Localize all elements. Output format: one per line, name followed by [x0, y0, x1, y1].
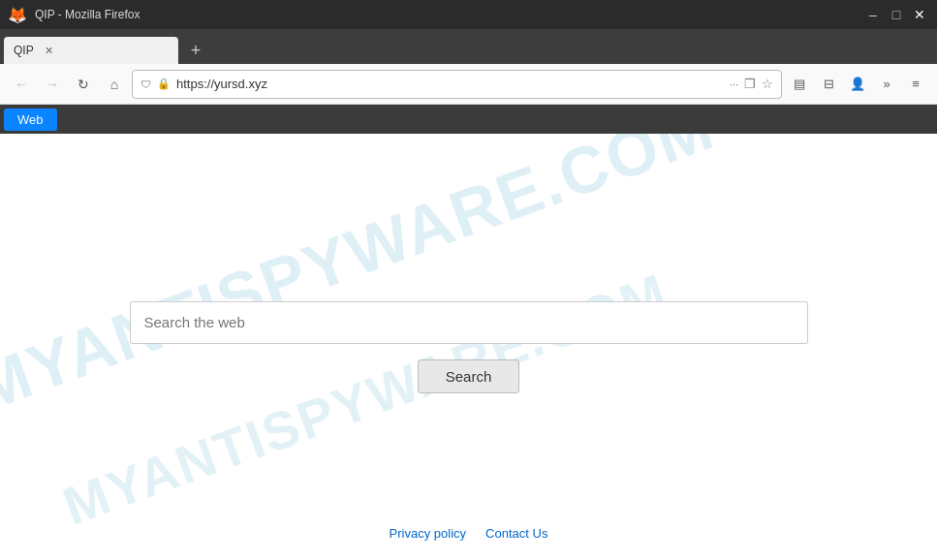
back-icon: ← — [15, 77, 28, 92]
bookmark-star-icon: ☆ — [762, 77, 773, 91]
web-tab-label: Web — [17, 112, 44, 127]
synced-tabs-icon: ⊟ — [824, 77, 834, 91]
tabbar: QIP ✕ + — [0, 29, 937, 64]
library-icon: ▤ — [794, 77, 805, 91]
window-controls[interactable]: – □ ✕ — [863, 5, 929, 24]
extensions-button[interactable]: » — [873, 71, 900, 98]
home-icon: ⌂ — [110, 77, 118, 92]
titlebar: 🦊 QIP - Mozilla Firefox – □ ✕ — [0, 0, 937, 29]
hamburger-menu-icon: ≡ — [912, 77, 920, 91]
lock-icon: 🔒 — [157, 78, 171, 90]
new-tab-button[interactable]: + — [182, 37, 209, 64]
search-button[interactable]: Search — [418, 359, 520, 393]
tab-close-button[interactable]: ✕ — [42, 43, 57, 58]
minimize-button[interactable]: – — [863, 5, 883, 24]
extensions-icon: » — [883, 77, 890, 91]
address-bar[interactable]: 🛡 🔒 https://yursd.xyz ··· ❐ ☆ — [132, 70, 782, 99]
url-display: https://yursd.xyz — [176, 77, 724, 91]
navbar: ← → ↻ ⌂ 🛡 🔒 https://yursd.xyz ··· ❐ ☆ ▤ … — [0, 64, 937, 105]
reload-button[interactable]: ↻ — [70, 71, 97, 98]
maximize-button[interactable]: □ — [887, 5, 906, 24]
nav-extras: ▤ ⊟ 👤 » ≡ — [786, 71, 929, 98]
back-button[interactable]: ← — [8, 71, 35, 98]
menu-button[interactable]: ≡ — [902, 71, 929, 98]
contact-us-link[interactable]: Contact Us — [485, 526, 547, 541]
titlebar-left: 🦊 QIP - Mozilla Firefox — [8, 6, 140, 24]
search-area: Search — [130, 301, 808, 393]
close-button[interactable]: ✕ — [910, 5, 929, 24]
firefox-icon: 🦊 — [8, 6, 27, 24]
privacy-policy-link[interactable]: Privacy policy — [390, 526, 466, 541]
account-icon: 👤 — [850, 77, 865, 91]
synced-tabs-button[interactable]: ⊟ — [815, 71, 842, 98]
window-title: QIP - Mozilla Firefox — [35, 8, 140, 21]
web-tab-item[interactable]: Web — [4, 109, 57, 131]
pocket-icon: ❐ — [744, 77, 756, 91]
tab-label: QIP — [14, 44, 34, 57]
shield-small-icon: 🛡 — [141, 78, 151, 90]
web-tabstrip: Web — [0, 105, 937, 134]
reload-icon: ↻ — [78, 77, 89, 92]
search-input[interactable] — [130, 301, 808, 344]
forward-icon: → — [46, 77, 59, 92]
page-content: MYANTISPYWARE.COM MYANTISPYWARE.COM Sear… — [0, 134, 937, 560]
home-button[interactable]: ⌂ — [101, 71, 128, 98]
account-button[interactable]: 👤 — [844, 71, 871, 98]
browser-tab[interactable]: QIP ✕ — [4, 37, 178, 64]
forward-button[interactable]: → — [39, 71, 66, 98]
library-button[interactable]: ▤ — [786, 71, 813, 98]
more-options-icon: ··· — [730, 78, 738, 90]
footer-links: Privacy policy Contact Us — [390, 526, 548, 541]
